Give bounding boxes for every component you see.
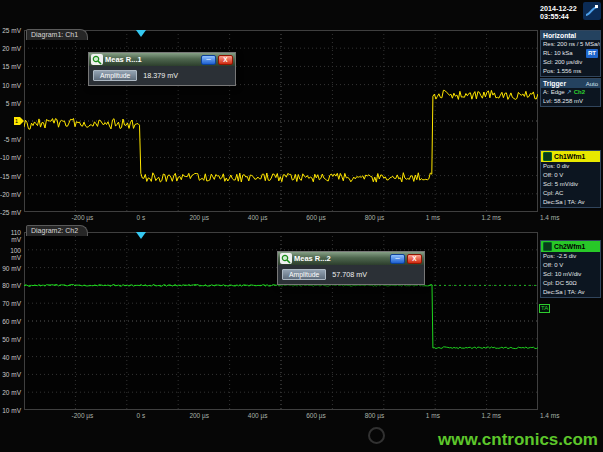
y-axis-label: 30 mV bbox=[0, 371, 21, 378]
y-axis-label: -25 mV bbox=[0, 209, 21, 216]
horizontal-record-length: RL: 10 kSa bbox=[543, 49, 573, 58]
horizontal-position: Pos: 1.556 ms bbox=[543, 67, 581, 76]
ch1-panel-header[interactable]: Ch1Wfm1 bbox=[541, 151, 600, 162]
x-axis-label: 1 ms bbox=[426, 412, 440, 419]
ch2-scale: Scl: 10 mV/div bbox=[543, 270, 581, 279]
y-axis-label: 20 mV bbox=[0, 45, 21, 52]
x-axis-label: 1.2 ms bbox=[482, 214, 502, 221]
horizontal-panel[interactable]: Horizontal Res: 200 ns / 5 MSa/s RL: 10 … bbox=[540, 30, 601, 77]
y-axis-label: 10 mV bbox=[0, 82, 21, 89]
y-axis-label: -10 mV bbox=[0, 154, 21, 161]
ch1-offset: Off: 0 V bbox=[543, 171, 563, 180]
x-axis-label: 0 s bbox=[136, 412, 145, 419]
ch1-waveform-panel[interactable]: Ch1Wfm1 Pos: 0 div Off: 0 V Scl: 5 mV/di… bbox=[540, 150, 601, 208]
x-axis-label: 400 µs bbox=[248, 214, 268, 221]
ch2-waveform-panel[interactable]: Ch2Wfm1 Pos: -2.5 div Off: 0 V Scl: 10 m… bbox=[540, 240, 601, 298]
ch2-panel-header[interactable]: Ch2Wfm1 bbox=[541, 241, 600, 252]
x-axis-label: 600 µs bbox=[306, 214, 326, 221]
x-axis-label: 400 µs bbox=[248, 412, 268, 419]
x-axis-label: -200 µs bbox=[72, 412, 94, 419]
ch2-panel-title: Ch2Wfm1 bbox=[554, 243, 585, 250]
minimize-button[interactable]: – bbox=[390, 254, 405, 264]
trigger-panel-header[interactable]: Trigger Auto bbox=[541, 79, 600, 88]
waveform-state-icon bbox=[543, 242, 552, 251]
close-button[interactable]: X bbox=[407, 254, 422, 264]
trigger-position-marker[interactable] bbox=[136, 232, 146, 239]
measurement-popup-1[interactable]: Meas R...1 – X Amplitude 18.379 mV bbox=[88, 52, 236, 86]
y-axis-label: 20 mV bbox=[0, 389, 21, 396]
popup1-titlebar[interactable]: Meas R...1 – X bbox=[89, 53, 235, 66]
y-axis-label: 50 mV bbox=[0, 336, 21, 343]
popup2-title: Meas R...2 bbox=[294, 254, 388, 263]
horizontal-scale: Scl: 200 µs/div bbox=[543, 58, 582, 67]
popup2-body: Amplitude 57.708 mV bbox=[278, 265, 424, 284]
ch1-panel-title: Ch1Wfm1 bbox=[554, 153, 585, 160]
measurement-param[interactable]: Amplitude bbox=[93, 70, 137, 81]
watermark: www.cntronics.com bbox=[438, 430, 598, 450]
minimize-button[interactable]: – bbox=[201, 55, 216, 65]
x-axis-label: 200 µs bbox=[189, 412, 209, 419]
measurement-popup-2[interactable]: Meas R...2 – X Amplitude 57.708 mV bbox=[277, 251, 425, 285]
measurement-param[interactable]: Amplitude bbox=[282, 269, 326, 280]
tab-diagram1[interactable]: Diagram1: Ch1 bbox=[26, 29, 88, 40]
y-axis-label: 5 mV bbox=[0, 100, 21, 107]
trigger-title: Trigger bbox=[543, 80, 566, 87]
trigger-a-label: A: bbox=[543, 88, 549, 97]
y-axis-label: 80 mV bbox=[0, 282, 21, 289]
channel-offset-marker[interactable]: 1 bbox=[14, 117, 24, 125]
x-axis-label: 1.4 ms bbox=[540, 214, 560, 221]
trigger-average-marker[interactable]: TA bbox=[539, 304, 550, 313]
popup2-titlebar[interactable]: Meas R...2 – X bbox=[278, 252, 424, 265]
oscilloscope-screen: Diagram1: Ch1 25 mV20 mV15 mV10 mV5 mV-5… bbox=[0, 0, 603, 452]
realtime-badge: RT bbox=[586, 49, 598, 58]
ch1-coupling: Cpl: AC bbox=[543, 189, 563, 198]
trigger-type: Edge bbox=[551, 88, 565, 97]
diagram1: Diagram1: Ch1 25 mV20 mV15 mV10 mV5 mV-5… bbox=[0, 0, 603, 222]
ch2-coupling: Cpl: DC 50Ω bbox=[543, 279, 577, 288]
datetime-box: 2014-12-22 03:55:44 bbox=[540, 2, 601, 24]
y-axis-label: 60 mV bbox=[0, 318, 21, 325]
datetime-text: 2014-12-22 03:55:44 bbox=[540, 5, 581, 22]
y-axis-label: 100 mV bbox=[0, 247, 21, 261]
trigger-panel[interactable]: Trigger Auto A: Edge ↗ Ch2 Lvl: 58.258 m… bbox=[540, 78, 601, 107]
cntronics-logo bbox=[368, 427, 385, 444]
popup1-body: Amplitude 18.379 mV bbox=[89, 66, 235, 85]
waveform-state-icon bbox=[543, 152, 552, 161]
ch1-position: Pos: 0 div bbox=[543, 162, 569, 171]
y-axis-label: 25 mV bbox=[0, 27, 21, 34]
tab-diagram2[interactable]: Diagram2: Ch2 bbox=[26, 225, 88, 236]
x-axis-label: 800 µs bbox=[365, 412, 385, 419]
y-axis-label: 15 mV bbox=[0, 63, 21, 70]
x-axis-label: 200 µs bbox=[189, 214, 209, 221]
horizontal-panel-header[interactable]: Horizontal bbox=[541, 31, 600, 40]
rohde-schwarz-logo bbox=[583, 2, 601, 24]
y-axis-label: 40 mV bbox=[0, 354, 21, 361]
x-axis-label: 1.2 ms bbox=[482, 412, 502, 419]
time-label: 03:55:44 bbox=[540, 13, 581, 22]
y-axis-label: -5 mV bbox=[0, 136, 21, 143]
measurement-magnifier-icon bbox=[280, 253, 292, 264]
y-axis-label: -15 mV bbox=[0, 173, 21, 180]
measurement-value: 57.708 mV bbox=[332, 270, 367, 279]
horizontal-title: Horizontal bbox=[543, 32, 576, 39]
popup1-title: Meas R...1 bbox=[105, 55, 199, 64]
y-axis-label: 110 mV bbox=[0, 229, 21, 243]
ch2-position: Pos: -2.5 div bbox=[543, 252, 576, 261]
x-axis-label: 0 s bbox=[136, 214, 145, 221]
ch2-decimation: Dec:Sa | TA: Av bbox=[543, 288, 585, 297]
y-axis-label: 10 mV bbox=[0, 407, 21, 414]
trigger-level: Lvl: 58.258 mV bbox=[543, 97, 583, 106]
ch1-scale: Scl: 5 mV/div bbox=[543, 180, 578, 189]
y-axis-label: -20 mV bbox=[0, 191, 21, 198]
horizontal-resolution: Res: 200 ns / 5 MSa/s bbox=[543, 40, 600, 49]
close-button[interactable]: X bbox=[218, 55, 233, 65]
ch1-decimation: Dec:Sa | TA: Av bbox=[543, 198, 585, 207]
measurement-magnifier-icon bbox=[91, 54, 103, 65]
y-axis-label: 70 mV bbox=[0, 300, 21, 307]
measurement-value: 18.379 mV bbox=[143, 71, 178, 80]
x-axis-label: 600 µs bbox=[306, 412, 326, 419]
trigger-source: Ch2 bbox=[574, 88, 585, 97]
y-axis-label: 90 mV bbox=[0, 265, 21, 272]
trigger-position-marker[interactable] bbox=[136, 30, 146, 37]
x-axis-label: 800 µs bbox=[365, 214, 385, 221]
